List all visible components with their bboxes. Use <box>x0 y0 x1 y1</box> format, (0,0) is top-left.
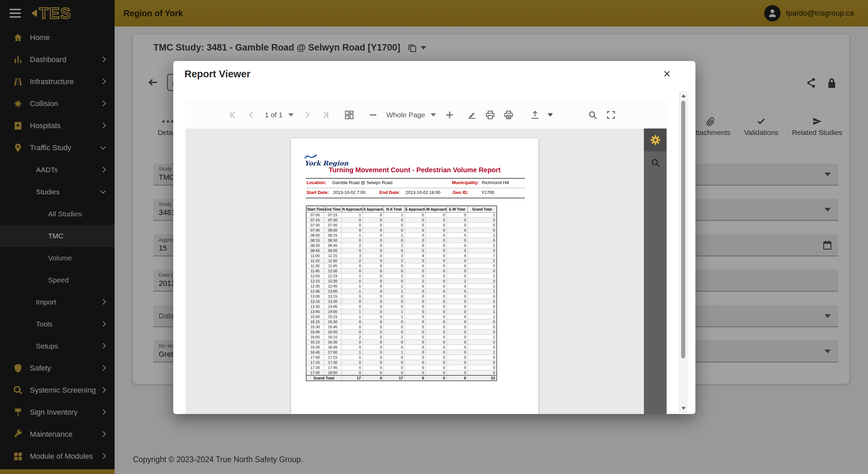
report-table-cell: 1 <box>468 350 497 355</box>
grand-total-cell: 6 <box>447 375 468 381</box>
geo-id-value: Y1700 <box>481 190 494 195</box>
report-table-cell: 1 <box>468 274 497 279</box>
report-table-cell: 16:45 <box>306 350 324 355</box>
report-table-cell: 07:00 <box>306 213 324 218</box>
report-table-cell: 0 <box>362 299 383 304</box>
report-table-cell: 0 <box>447 228 468 233</box>
next-page-button[interactable] <box>300 107 315 122</box>
report-table-cell: 0 <box>405 360 426 365</box>
report-table-cell: 0 <box>447 340 468 345</box>
last-page-button[interactable] <box>318 107 333 122</box>
report-table-cell: 15:15 <box>306 319 324 324</box>
previous-page-button[interactable] <box>244 107 259 122</box>
report-table-cell: 0 <box>341 345 362 350</box>
report-table-cell: 1 <box>468 233 497 238</box>
fullscreen-button[interactable] <box>604 107 618 122</box>
report-table-cell: 0 <box>405 319 426 324</box>
report-table-cell: 0 <box>405 309 426 314</box>
panel-search-button[interactable] <box>644 151 667 174</box>
report-table-cell: 0 <box>405 314 426 319</box>
report-table-cell: 13:45 <box>324 304 341 309</box>
report-table-cell: 0 <box>426 228 447 233</box>
report-table-cell: 1 <box>341 309 362 314</box>
report-table-row: 08:4509:000000000 <box>306 248 497 253</box>
page-layout-button[interactable] <box>342 107 357 122</box>
modal-scrollbar[interactable] <box>679 92 687 413</box>
report-table-cell: 0 <box>362 365 383 370</box>
report-table-cell: 0 <box>426 294 447 299</box>
report-table-cell: 16:30 <box>324 340 341 345</box>
viewer-side-panel <box>644 129 667 414</box>
report-table-row: 08:3008:452020002 <box>306 243 497 248</box>
report-table-cell: 11:45 <box>324 263 341 269</box>
grand-total-cell: 17 <box>341 375 362 381</box>
report-table-cell: 16:15 <box>306 340 324 345</box>
report-table-cell: 08:00 <box>306 233 324 238</box>
page-select[interactable]: 1 of 1 <box>262 111 296 119</box>
parameters-button[interactable] <box>644 129 667 151</box>
report-table-cell: 0 <box>426 355 447 360</box>
report-table-cell: 0 <box>426 289 447 294</box>
report-table-cell: 0 <box>341 299 362 304</box>
report-table: Start TimeEnd TimeN ApproachS ApproachN-… <box>306 205 497 381</box>
report-table-cell: 0 <box>426 258 447 263</box>
report-table-cell: 07:15 <box>324 213 341 218</box>
report-table-cell: 0 <box>405 324 426 330</box>
first-page-button[interactable] <box>225 107 240 122</box>
report-table-cell: 0 <box>362 213 383 218</box>
report-table-cell: 13:30 <box>324 299 341 304</box>
report-column-header: E-W Total <box>447 206 468 213</box>
annotate-button[interactable] <box>465 107 479 122</box>
report-table-row: 16:4517:001010001 <box>306 350 497 355</box>
report-table-row: 16:0016:152020002 <box>306 335 497 340</box>
scroll-down-icon[interactable] <box>682 407 686 410</box>
report-table-cell: 1 <box>383 314 405 319</box>
report-column-header: Grand Total <box>468 206 497 213</box>
report-table-cell: 15:00 <box>306 314 324 319</box>
zoom-out-button[interactable] <box>366 107 380 122</box>
report-table-cell: 0 <box>447 360 468 365</box>
report-table-cell: 0 <box>405 335 426 340</box>
report-table-cell: 1 <box>383 284 405 289</box>
report-table-cell: 0 <box>447 335 468 340</box>
report-column-header: W Approach <box>426 206 447 213</box>
report-table-cell: 0 <box>362 340 383 345</box>
divider <box>306 178 525 179</box>
page-indicator: 1 of 1 <box>265 111 283 119</box>
report-table-cell: 0 <box>341 370 362 376</box>
print-button[interactable] <box>483 107 498 122</box>
report-table-cell: 17:00 <box>306 355 324 360</box>
report-column-header: S Approach <box>362 206 383 213</box>
report-table-cell: 1 <box>341 314 362 319</box>
report-table-cell: 0 <box>468 248 497 253</box>
search-button[interactable] <box>585 107 600 122</box>
print-all-button[interactable] <box>501 107 516 122</box>
geo-id-label: Geo ID: <box>453 190 468 195</box>
report-table-cell: 4 <box>405 253 426 258</box>
report-table-cell: 0 <box>426 370 447 376</box>
report-table-cell: 0 <box>383 324 405 330</box>
scroll-up-icon[interactable] <box>682 94 686 97</box>
report-table-row: 12:1512:300002022 <box>306 279 497 284</box>
report-table-cell: 0 <box>362 263 383 269</box>
report-table-cell: 0 <box>447 233 468 238</box>
report-table-cell: 2 <box>383 335 405 340</box>
zoom-in-button[interactable] <box>442 107 457 122</box>
report-table-cell: 0 <box>362 304 383 309</box>
report-table-cell: 0 <box>468 223 497 228</box>
report-table-cell: 0 <box>426 350 447 355</box>
scrollbar-thumb[interactable] <box>681 101 685 358</box>
zoom-mode-select[interactable]: Whole Page <box>384 111 439 119</box>
app-screen: TES Region of York tpardo@tnsgroup.ca Ho… <box>0 0 868 474</box>
export-button[interactable] <box>528 107 542 122</box>
report-table-cell: 0 <box>468 355 497 360</box>
report-table-cell: 13:30 <box>306 304 324 309</box>
report-table-cell: 0 <box>426 299 447 304</box>
report-table-cell: 0 <box>383 345 405 350</box>
export-options-button[interactable] <box>546 107 555 122</box>
report-table-row: 11:1511:302020002 <box>306 258 497 263</box>
report-table-cell: 15:15 <box>324 314 341 319</box>
report-table-cell: 08:45 <box>306 248 324 253</box>
close-icon[interactable]: × <box>659 66 675 82</box>
report-table-cell: 15:30 <box>306 324 324 330</box>
